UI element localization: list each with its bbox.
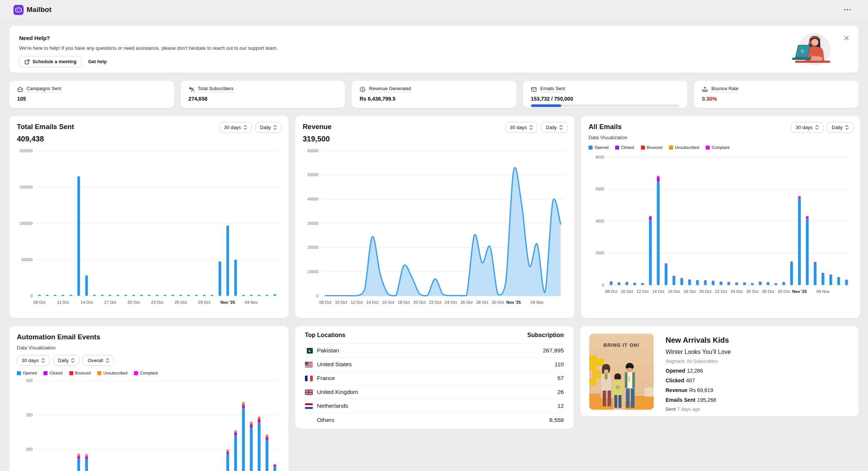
help-banner-title: Need Help? [19, 35, 849, 41]
chevron-up-down-icon [273, 125, 277, 130]
bounced-swatch-icon [69, 371, 73, 375]
legend-item-unsubscribed[interactable]: Unsubscribed [669, 145, 699, 150]
range-select[interactable]: 30 days [219, 122, 252, 133]
chart-title: Automation Email Events [17, 333, 281, 341]
revenue-icon: $ [360, 86, 366, 92]
svg-text:23 Oct: 23 Oct [151, 300, 163, 305]
stat-label: Bounce Rate [711, 86, 738, 93]
country-name: United States [317, 361, 352, 368]
legend-item-unsubscribed[interactable]: Unsubscribed [97, 371, 127, 375]
france-flag-icon [305, 376, 313, 381]
automation-email-events-card: Automation Email Events Data Visualizati… [9, 326, 289, 471]
scope-select[interactable]: Overall [83, 355, 114, 366]
chevron-up-down-icon [244, 125, 247, 130]
svg-text:20 Oct: 20 Oct [128, 300, 140, 305]
campaign-stat-emails-sent: Emails Sent195,268 [666, 397, 731, 403]
legend-item-bounced[interactable]: Bounced [69, 371, 91, 375]
svg-text:50000: 50000 [308, 172, 318, 177]
svg-text:14 Oct: 14 Oct [80, 300, 92, 305]
all-emails-chart: 0200040006000800008 Oct10 Oct12 Oct14 Oc… [589, 153, 853, 296]
top-locations-title: Top Locations [305, 332, 345, 339]
unsubscribed-swatch-icon [669, 146, 673, 150]
granularity-select[interactable]: Daily [827, 122, 853, 133]
opened-swatch-icon [589, 146, 593, 150]
range-select[interactable]: 30 days [17, 355, 50, 366]
svg-text:40000: 40000 [308, 197, 318, 201]
legend-item-complaint[interactable]: Complaint [706, 145, 729, 150]
legend-item-opened[interactable]: Opened [589, 145, 608, 150]
svg-text:26 Oct: 26 Oct [175, 300, 187, 305]
charts-row: Total Emails Sent 409,438 30 days Daily … [9, 116, 859, 318]
granularity-select[interactable]: Daily [541, 122, 568, 133]
brand: Mailbot [13, 5, 52, 15]
emails-sent-progress-fill [531, 104, 562, 107]
revenue-chart: 010000200003000040000500006000008 Oct10 … [303, 146, 567, 307]
total-emails-sent-chart: 05000010000015000020000008 Oct11 Oct14 O… [17, 146, 281, 307]
pakistan-flag-icon [305, 348, 313, 354]
svg-text:0: 0 [316, 294, 318, 298]
campaign-stat-revenue: RevenueRs 69,619 [666, 387, 731, 393]
chevron-up-down-icon [815, 125, 819, 130]
svg-text:300: 300 [26, 413, 33, 417]
svg-text:04 Nov: 04 Nov [245, 300, 258, 305]
granularity-select[interactable]: Daily [53, 355, 80, 366]
emails-sent-progress [531, 104, 680, 107]
granularity-select[interactable]: Daily [255, 122, 282, 133]
table-row: Pakistan 267,895 [305, 344, 564, 358]
svg-text:60000: 60000 [308, 149, 318, 153]
svg-text:Nov '25: Nov '25 [220, 300, 235, 305]
revenue-card: Revenue 319,500 30 days Daily 0100002000… [295, 116, 575, 318]
campaign-image-caption: BRING IT ON! [603, 342, 640, 348]
chevron-up-down-icon [559, 125, 563, 130]
legend-item-bounced[interactable]: Bounced [641, 145, 662, 150]
stat-card-campaigns-sent: Campaigns Sent 105 [9, 80, 174, 108]
dashboard: Need Help? We're here to help! If you ha… [0, 20, 868, 471]
legend-item-complaint[interactable]: Complaint [134, 371, 158, 375]
help-banner-message: We're here to help! If you have any ques… [19, 45, 849, 51]
svg-text:6000: 6000 [596, 187, 605, 191]
svg-text:16 Oct: 16 Oct [668, 289, 680, 294]
chevron-up-down-icon [106, 358, 109, 363]
svg-text:0: 0 [602, 283, 604, 287]
chart-subtitle: Data Visualization [17, 345, 281, 351]
schedule-meeting-button[interactable]: Schedule a meeting [19, 56, 82, 67]
range-select[interactable]: 30 days [505, 122, 538, 133]
subscription-value: 57 [557, 375, 564, 382]
svg-text:$: $ [362, 88, 364, 91]
svg-text:50000: 50000 [22, 257, 33, 262]
stat-card-emails-sent: Emails Sent 153,732 / 750,000 [523, 80, 688, 108]
svg-text:26 Oct: 26 Oct [746, 289, 758, 294]
subscription-value: 26 [557, 389, 564, 395]
chevron-up-down-icon [529, 125, 533, 130]
legend-item-clicked[interactable]: Clicked [615, 145, 634, 150]
range-select[interactable]: 30 days [791, 122, 824, 133]
svg-text:04 Nov: 04 Nov [531, 300, 544, 305]
bounce-rate-icon [702, 86, 708, 92]
campaign-segment: Segment: All Subscribers [666, 359, 731, 364]
svg-text:16 Oct: 16 Oct [382, 300, 394, 305]
stat-card-bounce-rate: Bounce Rate 0.30% [694, 80, 859, 108]
clicked-swatch-icon [43, 371, 48, 375]
legend-item-opened[interactable]: Opened [17, 371, 37, 375]
chart-subtitle: Data Visualization [589, 135, 853, 140]
all-emails-legend: OpenedClickedBouncedUnsubscribedComplain… [589, 145, 853, 150]
svg-text:20 Oct: 20 Oct [699, 289, 711, 294]
automation-legend: OpenedClickedBouncedUnsubscribedComplain… [17, 371, 281, 375]
get-help-button[interactable]: Get help [88, 59, 107, 64]
legend-item-clicked[interactable]: Clicked [43, 371, 62, 375]
revenue-generated-value: Rs 6,436,799.5 [360, 96, 508, 102]
svg-text:150000: 150000 [19, 185, 33, 189]
svg-text:04 Nov: 04 Nov [816, 289, 829, 294]
svg-text:8000: 8000 [596, 155, 605, 159]
svg-text:14 Oct: 14 Oct [652, 289, 664, 294]
brand-name: Mailbot [27, 6, 52, 14]
campaign-info: New Arrivals Kids Winter Looks You’ll Lo… [666, 334, 731, 409]
automation-email-events-chart: 010020030040008 Oct10 Oct12 Oct14 Oct16 … [17, 378, 281, 471]
more-options-button[interactable] [842, 7, 853, 13]
stats-row: Campaigns Sent 105 Total Subscribers 274… [9, 80, 859, 108]
svg-text:2000: 2000 [596, 251, 605, 255]
campaign-sent-ago: Sent7 days ago [666, 407, 731, 412]
table-row: Netherlands 12 [305, 399, 564, 413]
campaign-stat-opened: Opened12,286 [666, 368, 731, 374]
close-banner-button[interactable] [843, 34, 850, 43]
